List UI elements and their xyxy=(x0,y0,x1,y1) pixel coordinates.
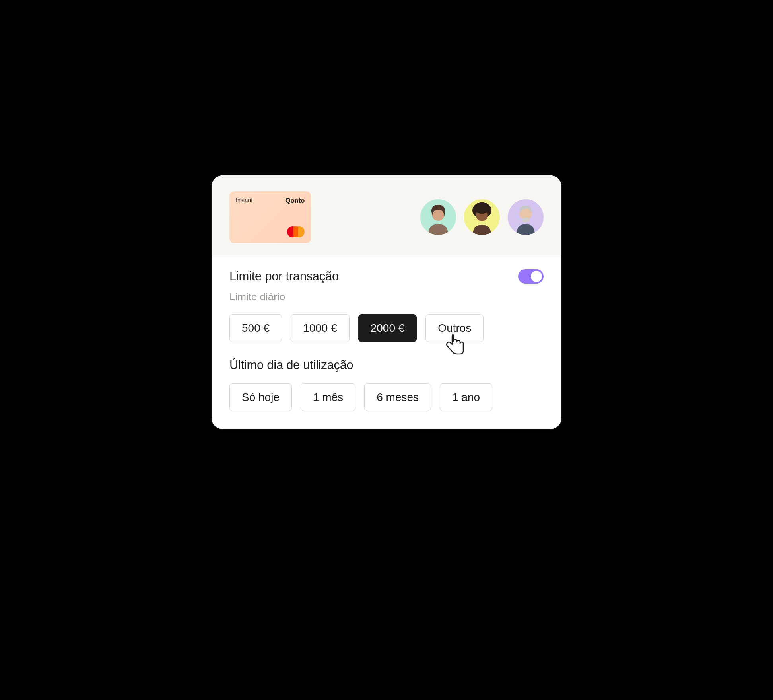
avatar[interactable] xyxy=(508,199,544,235)
svg-point-4 xyxy=(474,202,490,214)
daily-limit-options: 500 € 1000 € 2000 € Outros xyxy=(229,314,544,342)
last-day-title: Último dia de utilização xyxy=(229,358,544,372)
svg-point-6 xyxy=(522,218,530,222)
transaction-limit-row: Limite por transação xyxy=(229,269,544,284)
limit-option-2000[interactable]: 2000 € xyxy=(358,314,417,342)
transaction-limit-title: Limite por transação xyxy=(229,269,339,284)
mastercard-icon xyxy=(287,226,305,237)
panel-body: Limite por transação Limite diário 500 €… xyxy=(212,255,561,429)
last-day-options: Só hoje 1 mês 6 meses 1 ano xyxy=(229,383,544,411)
transaction-limit-toggle[interactable] xyxy=(518,269,544,284)
duration-option-today[interactable]: Só hoje xyxy=(229,383,292,411)
avatar[interactable] xyxy=(420,199,456,235)
card-settings-panel: Instant Qonto xyxy=(212,175,561,429)
payment-card[interactable]: Instant Qonto xyxy=(229,191,311,243)
panel-header: Instant Qonto xyxy=(212,175,561,255)
avatar[interactable] xyxy=(464,199,500,235)
duration-option-1year[interactable]: 1 ano xyxy=(440,383,492,411)
duration-option-1month[interactable]: 1 mês xyxy=(301,383,355,411)
card-brand-label: Qonto xyxy=(285,197,305,205)
limit-option-other[interactable]: Outros xyxy=(425,314,484,342)
avatar-group xyxy=(420,199,544,235)
daily-limit-label: Limite diário xyxy=(229,291,544,303)
limit-option-500[interactable]: 500 € xyxy=(229,314,282,342)
duration-option-6months[interactable]: 6 meses xyxy=(364,383,431,411)
limit-option-1000[interactable]: 1000 € xyxy=(291,314,350,342)
